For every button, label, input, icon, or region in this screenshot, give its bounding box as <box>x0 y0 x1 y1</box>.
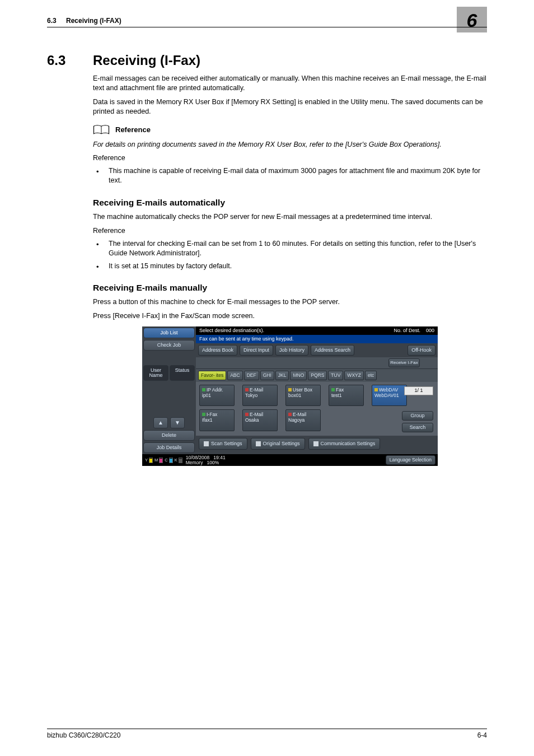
filter-jkl[interactable]: JKL <box>275 371 289 380</box>
no-of-dest-label: No. of Dest. <box>394 328 420 333</box>
original-settings-button[interactable]: Original Settings <box>251 438 305 450</box>
manual-p2: Press [Receive I-Fax] in the Fax/Scan mo… <box>93 311 487 321</box>
filter-abc[interactable]: ABC <box>227 371 242 380</box>
status-date-time: 10/08/2008 19:41 Memory 100% <box>186 455 226 465</box>
header-section-title: Receiving (I-FAX) <box>66 17 121 25</box>
lcd-msg1: Select desired destination(s). <box>199 328 264 333</box>
address-book-tab[interactable]: Address Book <box>198 345 237 356</box>
lcd-statusbar: Y M C K 10/08/2008 19:41 Memory 100% Lan… <box>142 454 438 466</box>
page-footer: bizhub C360/C280/C220 6-4 <box>47 729 487 739</box>
dest-card[interactable]: WebDAVWebDAV01 <box>372 385 407 407</box>
direct-input-tab[interactable]: Direct Input <box>240 345 273 356</box>
status-col: Status <box>170 365 195 381</box>
dest-card[interactable]: IP Addr.ip01 <box>199 385 235 407</box>
dest-card[interactable]: E-MailOsaka <box>242 409 278 431</box>
filter-strip: Favor- ites ABC DEF GHI JKL MNO PQRS TUV… <box>196 368 438 382</box>
delete-button[interactable]: Delete <box>143 430 195 441</box>
language-selection-button[interactable]: Language Selection <box>386 455 435 465</box>
h1-title: Receiving (I-Fax) <box>93 53 200 68</box>
reference-word: Reference <box>93 153 487 163</box>
filter-tuv[interactable]: TUV <box>328 371 343 380</box>
dest-card[interactable]: I-FaxIfax1 <box>199 409 235 431</box>
off-hook-button[interactable]: Off-Hook <box>407 345 435 356</box>
scroll-arrows: ▲ ▼ <box>143 417 195 428</box>
footer-left: bizhub C360/C280/C220 <box>47 731 120 739</box>
filter-wxyz[interactable]: WXYZ <box>344 371 364 380</box>
book-icon <box>93 124 110 136</box>
scroll-up-button[interactable]: ▲ <box>153 417 168 428</box>
communication-settings-button[interactable]: Communication Settings <box>308 438 381 450</box>
dest-card[interactable]: E-MailTokyo <box>242 385 278 407</box>
auto-bullet-1: The interval for checking E-mail can be … <box>93 239 487 258</box>
search-button[interactable]: Search <box>402 423 433 432</box>
dest-card[interactable]: E-MailNagoya <box>285 409 321 431</box>
auto-bullet-2: It is set at 15 minutes by factory defau… <box>93 262 487 271</box>
filter-def[interactable]: DEF <box>244 371 259 380</box>
reference-bullets: This machine is capable of receiving E-m… <box>93 166 487 185</box>
filter-pqrs[interactable]: PQRS <box>308 371 327 380</box>
dest-card[interactable]: User Boxbox01 <box>285 385 321 407</box>
filter-mno[interactable]: MNO <box>290 371 307 380</box>
auto-heading: Receiving E-mails automatically <box>93 198 487 208</box>
scan-icon <box>204 441 209 446</box>
manual-heading: Receiving E-mails manually <box>93 283 487 293</box>
auto-bullets: The interval for checking E-mail can be … <box>93 239 487 271</box>
reference-text: For details on printing documents saved … <box>93 140 487 150</box>
reference-label: Reference <box>115 125 151 134</box>
scroll-down-button[interactable]: ▼ <box>170 417 185 428</box>
header-section-number: 6.3 <box>47 17 57 25</box>
lcd-screenshot: Job List Check Job User Name Status ▲ ▼ … <box>142 326 438 466</box>
original-icon <box>256 441 261 446</box>
lcd-msg2: Fax can be sent at any time using keypad… <box>196 335 438 343</box>
manual-p1: Press a button of this machine to check … <box>93 297 487 307</box>
job-list-tab[interactable]: Job List <box>143 328 195 338</box>
running-head: 6.3 Receiving (I-FAX) <box>47 17 487 27</box>
job-history-tab[interactable]: Job History <box>275 345 308 356</box>
comm-icon <box>313 441 318 446</box>
reference-bullet-1: This machine is capable of receiving E-m… <box>93 166 487 185</box>
filter-favorites[interactable]: Favor- ites <box>198 371 226 380</box>
scan-settings-button[interactable]: Scan Settings <box>199 438 247 450</box>
reference-row: Reference <box>93 124 487 136</box>
destination-cards: IP Addr.ip01 E-MailTokyo User Boxbox01 F… <box>196 382 438 436</box>
group-button[interactable]: Group <box>402 411 433 421</box>
section-heading: 6.3 Receiving (I-Fax) <box>47 53 487 68</box>
toner-levels: Y M C K <box>144 458 182 463</box>
dest-count: 000 <box>426 328 434 333</box>
filter-ghi[interactable]: GHI <box>260 371 274 380</box>
auto-p1: The machine automatically checks the POP… <box>93 212 487 222</box>
pager: 1/ 1 <box>404 386 433 395</box>
address-search-tab[interactable]: Address Search <box>311 345 354 356</box>
running-head-left: 6.3 Receiving (I-FAX) <box>47 17 121 25</box>
intro-p2: Data is saved in the Memory RX User Box … <box>93 97 487 116</box>
auto-reference-word: Reference <box>93 226 487 236</box>
job-details-button[interactable]: Job Details <box>143 442 195 453</box>
user-name-col: User Name <box>143 365 168 381</box>
footer-right: 6-4 <box>477 731 487 739</box>
filter-etc[interactable]: etc <box>365 371 377 380</box>
dest-card[interactable]: Faxtest1 <box>329 385 364 407</box>
h1-number: 6.3 <box>47 53 76 68</box>
check-job-button[interactable]: Check Job <box>143 340 195 351</box>
intro-p1: E-mail messages can be received either a… <box>93 74 487 93</box>
receive-ifax-button[interactable]: Receive I-Fax <box>388 358 420 367</box>
